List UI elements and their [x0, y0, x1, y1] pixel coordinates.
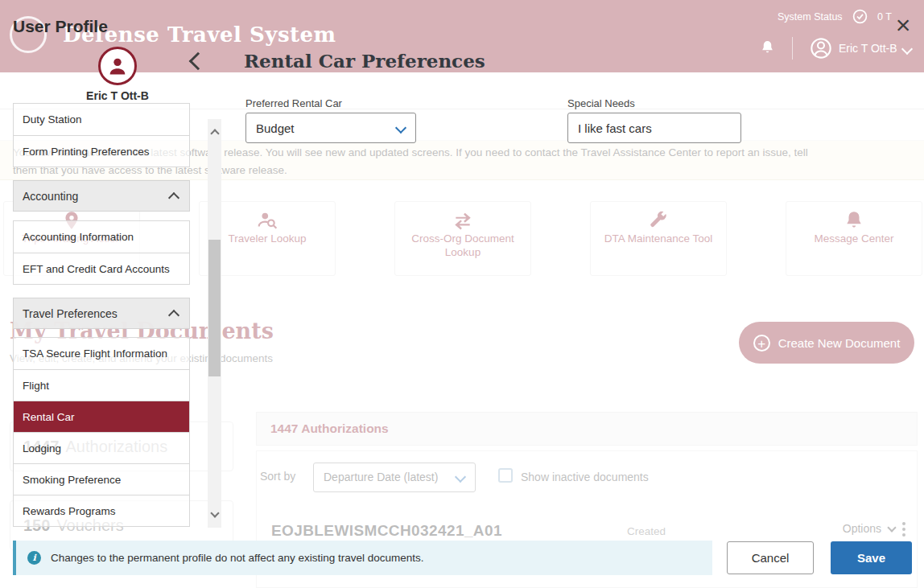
- sidebar-item-label: Rental Car: [23, 411, 75, 423]
- special-needs-label: Special Needs: [567, 97, 635, 109]
- sidebar-item-accounting-information[interactable]: Accounting Information: [14, 221, 189, 253]
- sidebar-item-eft-and-credit-card-accounts[interactable]: EFT and Credit Card Accounts: [14, 253, 189, 284]
- scroll-up-icon[interactable]: [210, 129, 219, 138]
- sidebar-section-accounting[interactable]: Accounting: [13, 180, 190, 212]
- sidebar-group: Duty Station Form Printing Preferences: [13, 103, 190, 167]
- sidebar-item-label: TSA Secure Flight Information: [23, 347, 167, 360]
- chevron-down-icon: [395, 122, 406, 134]
- preferred-rental-car-label: Preferred Rental Car: [245, 97, 342, 109]
- scrollbar-thumb[interactable]: [208, 240, 221, 376]
- info-icon: i: [27, 551, 41, 565]
- sidebar-item-label: Lodging: [23, 442, 61, 454]
- scroll-down-icon[interactable]: [210, 508, 219, 517]
- sidebar-item-label: Form Printing Preferences: [23, 146, 150, 158]
- sidebar-item-rewards-programs[interactable]: Rewards Programs: [14, 495, 189, 526]
- chevron-up-icon: [168, 191, 179, 203]
- sidebar-scrollbar[interactable]: [208, 119, 221, 528]
- person-icon: [106, 55, 129, 77]
- cancel-button[interactable]: Cancel: [727, 541, 814, 574]
- chevron-up-icon: [168, 309, 179, 320]
- sidebar-item-flight[interactable]: Flight: [14, 369, 189, 401]
- sidebar-group: TSA Secure Flight Information Flight Ren…: [13, 337, 190, 527]
- close-icon[interactable]: ×: [887, 10, 919, 42]
- sidebar-item-tsa-secure-flight-information[interactable]: TSA Secure Flight Information: [14, 338, 189, 369]
- profile-avatar: [98, 47, 137, 85]
- sidebar-item-label: EFT and Credit Card Accounts: [23, 263, 170, 275]
- sidebar-item-form-printing-preferences[interactable]: Form Printing Preferences: [14, 135, 189, 167]
- sidebar-item-label: Duty Station: [23, 113, 82, 125]
- sidebar-item-label: Rewards Programs: [23, 505, 116, 517]
- sidebar-item-label: Smoking Preference: [23, 474, 121, 486]
- sidebar-item-duty-station[interactable]: Duty Station: [14, 104, 189, 135]
- preferred-rental-car-select[interactable]: Budget: [245, 113, 416, 143]
- sidebar-item-smoking-preference[interactable]: Smoking Preference: [14, 463, 189, 495]
- sidebar-section-travel-preferences[interactable]: Travel Preferences: [13, 298, 190, 329]
- sidebar-group: Accounting Information EFT and Credit Ca…: [13, 220, 190, 285]
- section-title: Rental Car Preferences: [244, 50, 485, 72]
- sidebar-item-rental-car[interactable]: Rental Car: [14, 401, 189, 432]
- modal-title: User Profile: [13, 17, 108, 36]
- save-button[interactable]: Save: [831, 541, 912, 574]
- select-value: Budget: [256, 121, 295, 135]
- sidebar-item-lodging[interactable]: Lodging: [14, 432, 189, 463]
- notice-text: Changes to the permanent profile do not …: [51, 552, 424, 564]
- sidebar-item-label: Accounting Information: [23, 231, 134, 243]
- special-needs-input[interactable]: [567, 113, 741, 143]
- screen: Defense Travel System System Status 0 T …: [0, 0, 924, 588]
- profile-user-name: Eric T Ott-B: [69, 89, 166, 102]
- profile-change-notice: i Changes to the permanent profile do no…: [13, 541, 712, 575]
- section-header-label: Accounting: [23, 190, 78, 203]
- sidebar-item-label: Flight: [23, 380, 49, 392]
- section-header-label: Travel Preferences: [23, 307, 118, 320]
